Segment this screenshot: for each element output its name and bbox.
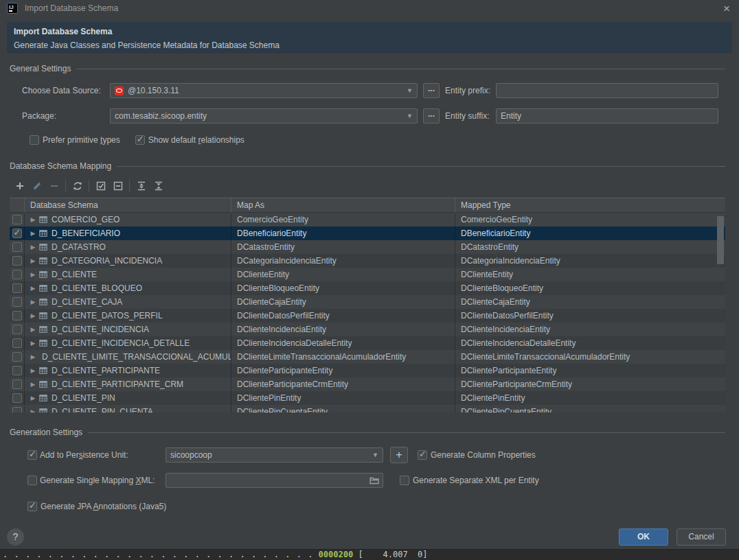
expand-row-icon[interactable]: ▶ <box>27 244 38 250</box>
data-source-combobox[interactable]: @10.150.3.11 ▼ <box>110 83 418 98</box>
unselect-all-icon[interactable] <box>109 178 126 194</box>
row-checkbox[interactable] <box>12 407 22 412</box>
expand-row-icon[interactable]: ▶ <box>27 312 38 319</box>
add-to-persistence-unit-checkbox[interactable] <box>27 450 37 460</box>
row-checkbox[interactable] <box>12 229 22 238</box>
expand-row-icon[interactable]: ▶ <box>27 340 38 347</box>
row-checkbox[interactable] <box>12 242 22 252</box>
entity-suffix-field[interactable] <box>496 108 718 124</box>
row-checkbox[interactable] <box>12 393 22 403</box>
single-mapping-xml-field[interactable] <box>166 473 383 488</box>
entity-prefix-field[interactable] <box>496 83 718 98</box>
collapse-all-icon[interactable] <box>150 178 167 194</box>
mapped-type-cell[interactable]: DClienteIncidenciaEntity <box>455 323 725 336</box>
map-as-cell[interactable]: DClienteCajaEntity <box>231 295 455 309</box>
expand-row-icon[interactable]: ▶ <box>27 367 38 374</box>
data-source-browse-button[interactable]: ... <box>423 83 440 98</box>
table-row[interactable]: ▶D_CLIENTE_CAJADClienteCajaEntityDClient… <box>10 295 725 309</box>
prefer-primitive-types-checkbox[interactable] <box>30 135 39 145</box>
expand-all-icon[interactable] <box>133 178 150 194</box>
mapped-type-cell[interactable]: DClienteParticipanteCrmEntity <box>455 377 725 391</box>
map-as-cell[interactable]: DClienteParticipanteCrmEntity <box>231 377 455 391</box>
package-browse-button[interactable]: ... <box>423 108 440 124</box>
table-row[interactable]: ▶D_CLIENTE_LIMITE_TRANSACCIONAL_ACUMULAD… <box>10 350 725 364</box>
add-persistence-unit-button[interactable]: + <box>390 447 408 463</box>
refresh-icon[interactable] <box>69 178 86 194</box>
map-as-cell[interactable]: ComercioGeoEntity <box>231 213 455 226</box>
table-row[interactable]: ▶D_CLIENTE_INCIDENCIA_DETALLEDClienteInc… <box>10 336 725 350</box>
row-checkbox[interactable] <box>12 297 22 307</box>
mapped-type-cell[interactable]: DClienteLimiteTransaccionalAcumuladorEnt… <box>455 350 725 364</box>
row-checkbox[interactable] <box>12 283 22 293</box>
table-row[interactable]: ▶COMERCIO_GEOComercioGeoEntityComercioGe… <box>10 213 725 226</box>
help-button[interactable]: ? <box>7 528 24 546</box>
generate-single-mapping-xml-checkbox[interactable] <box>27 476 37 485</box>
column-header-database-schema[interactable]: Database Schema <box>25 198 231 213</box>
expand-row-icon[interactable]: ▶ <box>27 408 38 412</box>
map-as-cell[interactable]: DCatastroEntity <box>231 240 455 254</box>
map-as-cell[interactable]: DBeneficiarioEntity <box>231 226 455 240</box>
add-icon[interactable] <box>11 178 28 194</box>
map-as-cell[interactable]: DClienteIncidenciaEntity <box>231 323 455 336</box>
row-checkbox[interactable] <box>12 352 22 362</box>
table-row[interactable]: ▶D_CLIENTE_BLOQUEODClienteBloqueoEntityD… <box>10 281 725 295</box>
package-combobox[interactable]: com.tesabiz.sicoop.entity ▼ <box>110 108 418 124</box>
map-as-cell[interactable]: DCategoriaIncidenciaEntity <box>231 254 455 268</box>
select-all-icon[interactable] <box>92 178 109 194</box>
row-checkbox[interactable] <box>12 256 22 266</box>
table-row[interactable]: ▶D_CLIENTE_PARTICIPANTE_CRMDClienteParti… <box>10 377 725 391</box>
mapped-type-cell[interactable]: DClienteDatosPerfilEntity <box>455 309 725 323</box>
row-checkbox[interactable] <box>12 380 22 389</box>
table-row[interactable]: ▶D_CLIENTE_PINDClientePinEntityDClienteP… <box>10 391 725 405</box>
expand-row-icon[interactable]: ▶ <box>27 230 38 237</box>
remove-icon[interactable] <box>45 178 62 194</box>
expand-row-icon[interactable]: ▶ <box>27 257 38 264</box>
table-row[interactable]: ▶D_CATASTRODCatastroEntityDCatastroEntit… <box>10 240 725 254</box>
row-checkbox[interactable] <box>12 215 22 224</box>
show-default-relationships-checkbox[interactable] <box>135 135 145 145</box>
expand-row-icon[interactable]: ▶ <box>27 353 38 360</box>
map-as-cell[interactable]: DClientePinCuentaEntity <box>231 405 455 412</box>
expand-row-icon[interactable]: ▶ <box>27 285 38 292</box>
map-as-cell[interactable]: DClienteDatosPerfilEntity <box>231 309 455 323</box>
mapped-type-cell[interactable]: DClienteParticipanteEntity <box>455 364 725 377</box>
mapped-type-cell[interactable]: DClienteBloqueoEntity <box>455 281 725 295</box>
expand-row-icon[interactable]: ▶ <box>27 381 38 388</box>
chevron-down-icon[interactable]: ▼ <box>372 452 378 458</box>
chevron-down-icon[interactable]: ▼ <box>407 113 413 119</box>
mapped-type-cell[interactable]: ComercioGeoEntity <box>455 213 725 226</box>
expand-row-icon[interactable]: ▶ <box>27 299 38 305</box>
table-row[interactable]: ▶D_BENEFICIARIODBeneficiarioEntityDBenef… <box>10 226 725 240</box>
map-as-cell[interactable]: DClientePinEntity <box>231 391 455 405</box>
mapped-type-cell[interactable]: DCategoriaIncidenciaEntity <box>455 254 725 268</box>
mapped-type-cell[interactable]: DCatastroEntity <box>455 240 725 254</box>
ok-button[interactable]: OK <box>619 528 668 546</box>
vertical-scrollbar[interactable] <box>717 216 724 264</box>
row-checkbox[interactable] <box>12 325 22 334</box>
map-as-cell[interactable]: DClienteEntity <box>231 268 455 281</box>
map-as-cell[interactable]: DClienteIncidenciaDetalleEntity <box>231 336 455 350</box>
column-header-map-as[interactable]: Map As <box>231 198 455 213</box>
folder-icon[interactable] <box>369 475 380 486</box>
table-row[interactable]: ▶D_CLIENTE_DATOS_PERFILDClienteDatosPerf… <box>10 309 725 323</box>
expand-row-icon[interactable]: ▶ <box>27 271 38 278</box>
chevron-down-icon[interactable]: ▼ <box>407 87 413 94</box>
map-as-cell[interactable]: DClienteLimiteTransaccionalAcumuladorEnt… <box>231 350 455 364</box>
generate-column-properties-checkbox[interactable] <box>418 450 427 460</box>
table-row[interactable]: ▶D_CLIENTE_INCIDENCIADClienteIncidenciaE… <box>10 323 725 336</box>
mapped-type-cell[interactable]: DClienteIncidenciaDetalleEntity <box>455 336 725 350</box>
mapped-type-cell[interactable]: DClienteEntity <box>455 268 725 281</box>
table-row[interactable]: ▶D_CATEGORIA_INCIDENCIADCategoriaInciden… <box>10 254 725 268</box>
table-row[interactable]: ▶D_CLIENTE_PARTICIPANTEDClienteParticipa… <box>10 364 725 377</box>
close-icon[interactable]: × <box>720 3 734 14</box>
expand-row-icon[interactable]: ▶ <box>27 326 38 333</box>
table-row[interactable]: ▶D_CLIENTEDClienteEntityDClienteEntity <box>10 268 725 281</box>
generate-jpa-annotations-checkbox[interactable] <box>27 502 37 511</box>
expand-row-icon[interactable]: ▶ <box>27 395 38 401</box>
persistence-unit-combobox[interactable]: sicoopcoop ▼ <box>166 447 383 463</box>
expand-row-icon[interactable]: ▶ <box>27 216 38 223</box>
mapped-type-cell[interactable]: DClientePinCuentaEntity <box>455 405 725 412</box>
map-as-cell[interactable]: DClienteBloqueoEntity <box>231 281 455 295</box>
row-checkbox[interactable] <box>12 270 22 279</box>
cancel-button[interactable]: Cancel <box>677 528 726 546</box>
